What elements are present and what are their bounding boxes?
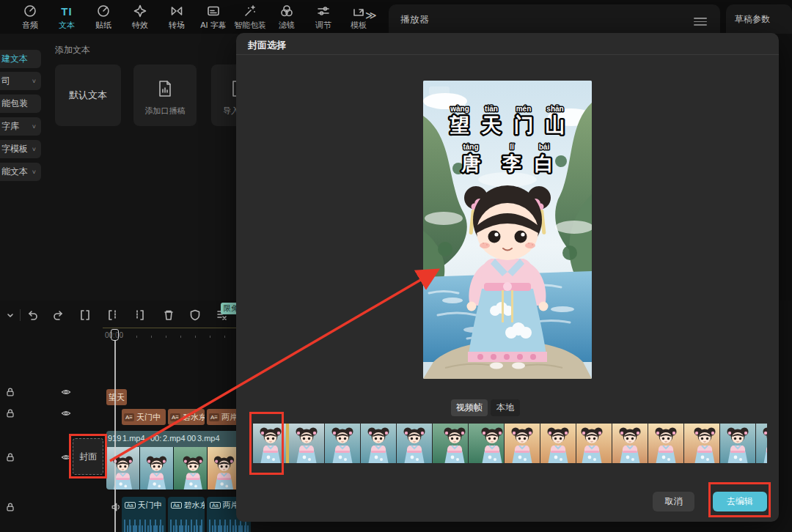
star-effects-icon [121, 3, 159, 19]
tool-text[interactable]: TI 文本 [48, 3, 86, 31]
frame-thumbnail[interactable] [540, 424, 576, 463]
frame-thumbnail[interactable] [253, 424, 288, 463]
cover-set-button[interactable]: 封面 [73, 438, 103, 475]
tool-label: AI 字幕 [194, 20, 232, 31]
tool-filters[interactable]: 滤镜 [268, 3, 306, 31]
magic-sparkle-icon [231, 3, 269, 19]
tool-smart-package[interactable]: 智能包装 [231, 3, 269, 31]
tool-label: 调节 [304, 20, 342, 31]
app-window: 音频 TI 文本 贴纸 特效 转场 [0, 0, 792, 532]
sliders-icon [304, 3, 342, 19]
document-audio-icon [155, 79, 175, 98]
tool-ai-captions[interactable]: AI 字幕 [194, 3, 232, 31]
eye-icon[interactable] [60, 386, 72, 398]
frame-thumbnail[interactable] [756, 424, 767, 463]
lock-icon[interactable] [4, 451, 16, 463]
sidebar-item-label: 能文本 [1, 166, 28, 178]
sidebar-item-2[interactable]: 司 ˅ [0, 72, 41, 90]
frame-selection-indicator[interactable] [286, 424, 289, 463]
tab-video-frame[interactable]: 视频帧 [451, 399, 488, 416]
audio-clip[interactable]: Aa 碧水东 [168, 497, 205, 532]
voiceover-script-card[interactable]: 添加口播稿 [133, 64, 197, 126]
clip-label: 天门中 [136, 412, 161, 423]
video-clip-duration: 00: [150, 434, 161, 443]
pinyin-text: tiān [485, 105, 498, 113]
author-char: 唐 [461, 152, 480, 174]
lock-icon[interactable] [4, 407, 16, 419]
default-text-card[interactable]: 默认文本 [55, 64, 121, 126]
ruler-top-line [103, 328, 236, 328]
sidebar-item-label: 建文本 [1, 53, 28, 65]
frame-thumbnail[interactable] [505, 424, 540, 463]
redo-button[interactable] [50, 306, 67, 324]
subtitle-clip[interactable]: A≡ 天门中 [122, 409, 166, 425]
tab-label: 视频帧 [456, 402, 483, 414]
lock-icon[interactable] [4, 501, 16, 513]
sidebar-item-smart-package[interactable]: 能包装 [0, 95, 41, 113]
tool-transitions[interactable]: 转场 [158, 3, 196, 31]
draft-params-title: 草稿参数 [735, 13, 770, 26]
frame-thumbnail[interactable] [612, 424, 648, 463]
tts-audio-badge: Aa [125, 502, 136, 509]
lock-icon[interactable] [4, 386, 16, 398]
text-icon: TI [48, 3, 86, 19]
split-clip-button[interactable] [76, 306, 94, 324]
split-left-button[interactable] [104, 306, 122, 324]
cover-button-label: 封面 [79, 451, 97, 463]
frame-thumbnail[interactable] [648, 424, 683, 463]
author-char: 白 [535, 152, 554, 174]
split-right-button[interactable] [131, 306, 148, 324]
ruler-ticks[interactable] [122, 336, 236, 338]
delete-clip-button[interactable] [160, 306, 177, 324]
voiceover-card-label: 添加口播稿 [133, 106, 197, 117]
frame-thumbnail[interactable] [684, 424, 719, 463]
frame-thumbnail[interactable] [469, 424, 504, 463]
track-options-chevron[interactable] [1, 306, 19, 324]
undo-button[interactable] [23, 306, 41, 324]
tab-label: 本地 [496, 402, 514, 414]
playhead-handle[interactable] [111, 329, 119, 341]
frame-thumbnail[interactable] [720, 424, 755, 463]
sidebar-item-label: 字模板 [1, 143, 28, 155]
frame-thumbnail[interactable] [397, 424, 432, 463]
waveform [124, 525, 164, 532]
sidebar-item-text-template[interactable]: 字模板 ˅ [0, 140, 41, 158]
subtitle-clip[interactable]: A≡ 碧水东 [168, 409, 205, 425]
eye-icon[interactable] [60, 407, 72, 419]
tool-adjust[interactable]: 调节 [304, 3, 342, 31]
sidebar-item-font-library[interactable]: 字库 ˅ [0, 117, 41, 136]
tool-effects[interactable]: 特效 [121, 3, 159, 31]
default-text-label: 默认文本 [69, 89, 107, 102]
mark-shield-button[interactable] [186, 306, 204, 324]
tool-audio[interactable]: 音频 [11, 3, 49, 31]
title-text-clip[interactable]: 望天 [106, 389, 127, 405]
frame-thumbnail[interactable] [576, 424, 612, 463]
tab-local[interactable]: 本地 [491, 399, 520, 416]
go-edit-button[interactable]: 去编辑 [713, 492, 767, 511]
dialog-title: 封面选择 [248, 39, 286, 52]
player-panel-header: 播放器 [389, 4, 720, 34]
cancel-button[interactable]: 取消 [653, 492, 694, 511]
dialog-divider [236, 54, 779, 55]
frame-thumbnail[interactable] [433, 424, 468, 463]
audio-clip-label: 碧水东 [184, 500, 205, 511]
toolbar-more-chevron[interactable]: ≫ [365, 9, 375, 22]
frame-filmstrip[interactable] [253, 424, 768, 463]
frame-thumbnail[interactable] [289, 424, 324, 463]
tool-sticker[interactable]: 贴纸 [84, 3, 122, 31]
playhead-line[interactable] [114, 340, 116, 532]
blend-circles-icon [268, 3, 306, 19]
text-clip-badge: A≡ [209, 413, 219, 421]
sidebar-item-new-text[interactable]: 建文本 [0, 50, 41, 68]
audio-clip[interactable]: Aa 天门中 [122, 497, 166, 532]
player-menu-icon[interactable] [694, 15, 707, 28]
frame-thumbnail[interactable] [325, 424, 360, 463]
pinyin-text: táng [463, 143, 478, 151]
frame-thumbnail[interactable] [361, 424, 396, 463]
sticker-icon [84, 3, 122, 19]
speaker-icon[interactable] [110, 501, 122, 513]
chevron-down-icon: ˅ [32, 78, 36, 85]
sidebar-item-smart-text[interactable]: 能文本 ˅ [0, 163, 41, 181]
eye-icon[interactable] [60, 451, 72, 463]
title-char: 山 [546, 114, 565, 136]
